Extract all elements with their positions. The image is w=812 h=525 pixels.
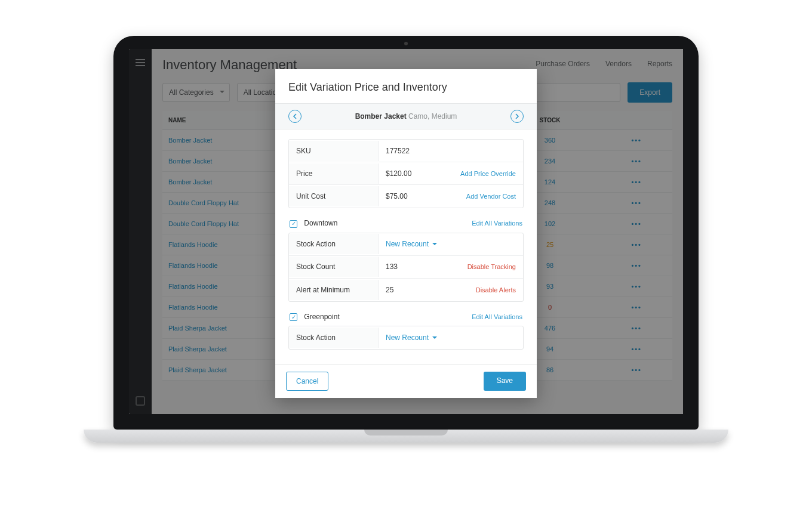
variant-nav: Bomber Jacket Camo, Medium xyxy=(275,103,537,129)
pricing-card: SKU 177522 Price $120.00 Add Price Overr… xyxy=(288,139,524,208)
stock-action-row-downtown: Stock Action New Recount xyxy=(289,233,523,256)
stock-count-row-downtown: Stock Count 133 Disable Tracking xyxy=(289,256,523,279)
laptop-notch xyxy=(364,430,448,436)
price-label: Price xyxy=(289,163,379,184)
prev-variant-button[interactable] xyxy=(288,110,302,123)
laptop-lid: Inventory Management Purchase Orders Ven… xyxy=(113,36,699,430)
screen: Inventory Management Purchase Orders Ven… xyxy=(129,49,683,414)
stock-action-value: New Recount xyxy=(386,333,429,342)
add-vendor-cost-link[interactable]: Add Vendor Cost xyxy=(459,193,523,200)
unitcost-value[interactable]: $75.00 xyxy=(379,186,459,206)
chevron-down-icon xyxy=(432,243,437,248)
location-greenpoint-header: ✓ Greenpoint Edit All Variations xyxy=(288,313,524,326)
disable-tracking-link[interactable]: Disable Tracking xyxy=(460,263,523,270)
cancel-button[interactable]: Cancel xyxy=(286,372,328,391)
location-greenpoint-card: Stock Action New Recount xyxy=(288,326,524,350)
stock-action-select-greenpoint[interactable]: New Recount xyxy=(379,328,523,348)
variant-name-main: Bomber Jacket xyxy=(355,112,407,121)
variant-name-sub: Camo, Medium xyxy=(407,112,457,121)
alert-min-label: Alert at Minimum xyxy=(289,280,379,300)
edit-all-variations-greenpoint[interactable]: Edit All Variations xyxy=(472,313,522,320)
unitcost-label: Unit Cost xyxy=(289,186,379,206)
location-downtown-name: Downtown xyxy=(304,219,337,227)
location-downtown-card: Stock Action New Recount Stock Count 133… xyxy=(288,233,524,302)
camera-icon xyxy=(404,42,408,45)
stock-action-row-greenpoint: Stock Action New Recount xyxy=(289,326,523,349)
next-variant-button[interactable] xyxy=(510,110,524,123)
alert-min-row-downtown: Alert at Minimum 25 Disable Alerts xyxy=(289,279,523,301)
price-value[interactable]: $120.00 xyxy=(379,163,453,184)
checkbox-downtown[interactable]: ✓ xyxy=(290,220,297,228)
laptop-frame: Inventory Management Purchase Orders Ven… xyxy=(113,36,699,453)
disable-alerts-link[interactable]: Disable Alerts xyxy=(469,286,523,294)
stock-count-value[interactable]: 133 xyxy=(379,257,460,277)
alert-min-value[interactable]: 25 xyxy=(379,280,469,300)
stock-count-label: Stock Count xyxy=(289,257,379,277)
modal-body: SKU 177522 Price $120.00 Add Price Overr… xyxy=(275,129,537,364)
variant-name: Bomber Jacket Camo, Medium xyxy=(355,112,457,121)
sku-row: SKU 177522 xyxy=(289,140,523,162)
location-greenpoint-name: Greenpoint xyxy=(304,313,339,321)
laptop-base xyxy=(84,430,728,443)
price-row: Price $120.00 Add Price Override xyxy=(289,162,523,185)
sku-label: SKU xyxy=(289,141,379,161)
checkbox-greenpoint[interactable]: ✓ xyxy=(290,313,297,321)
stock-action-label: Stock Action xyxy=(289,234,379,254)
edit-variation-modal: Edit Variation Price and Inventory Bombe… xyxy=(275,69,537,398)
edit-all-variations-downtown[interactable]: Edit All Variations xyxy=(472,220,522,227)
cancel-button-label: Cancel xyxy=(296,377,318,385)
sku-value[interactable]: 177522 xyxy=(379,141,523,161)
modal-title: Edit Variation Price and Inventory xyxy=(275,69,537,103)
save-button-label: Save xyxy=(497,376,513,385)
chevron-down-icon xyxy=(432,336,437,341)
stock-action-label: Stock Action xyxy=(289,328,379,348)
stock-action-select-downtown[interactable]: New Recount xyxy=(379,234,523,254)
save-button[interactable]: Save xyxy=(484,372,526,391)
modal-footer: Cancel Save xyxy=(275,364,537,398)
stock-action-value: New Recount xyxy=(386,240,429,248)
location-downtown-header: ✓ Downtown Edit All Variations xyxy=(288,219,524,233)
unitcost-row: Unit Cost $75.00 Add Vendor Cost xyxy=(289,185,523,208)
add-price-override-link[interactable]: Add Price Override xyxy=(453,170,523,177)
